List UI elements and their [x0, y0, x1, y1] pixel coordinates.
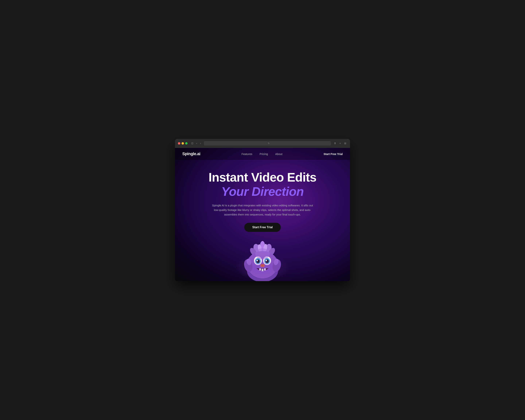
sidebar-toggle-icon[interactable]: ⊡: [190, 141, 194, 145]
traffic-lights: [178, 142, 188, 145]
logo-text: Spingle.ai: [182, 151, 200, 156]
hero-description: Spingle AI is a plugin that integrates w…: [211, 203, 314, 217]
nav-pricing[interactable]: Pricing: [260, 152, 268, 156]
minimize-button[interactable]: [182, 142, 184, 145]
nav-links: Features Pricing About: [242, 152, 282, 156]
refresh-icon[interactable]: ↻: [268, 142, 270, 145]
hero-section: Instant Video Edits Your Direction Sping…: [175, 160, 350, 232]
navbar: Spingle.ai Features Pricing About Start …: [175, 148, 350, 160]
nav-features[interactable]: Features: [242, 152, 252, 156]
hero-title-line2: Your Direction: [221, 185, 304, 198]
grid-icon[interactable]: ⊞: [343, 141, 347, 145]
share-icon[interactable]: ⬆: [333, 141, 337, 145]
nav-cta-button[interactable]: Start Free Trial: [324, 152, 343, 156]
monster-glow: [235, 254, 290, 281]
url-bar[interactable]: ↻: [204, 141, 331, 145]
nav-about[interactable]: About: [275, 152, 282, 156]
fullscreen-button[interactable]: [185, 142, 188, 145]
forward-button[interactable]: ›: [199, 141, 202, 145]
back-button[interactable]: ‹: [196, 141, 198, 145]
hero-title-line1: Instant Video Edits: [208, 171, 317, 184]
logo[interactable]: Spingle.ai: [182, 151, 200, 156]
browser-controls: ⊡ ‹ ›: [190, 141, 202, 145]
website-content: Spingle.ai Features Pricing About Start …: [175, 148, 350, 281]
monster-container: [175, 237, 350, 281]
browser-chrome: ⊡ ‹ › ↻ ⬆ + ⊞: [175, 139, 350, 148]
hero-cta-button[interactable]: Start Free Trial: [244, 223, 281, 232]
browser-actions: ⬆ + ⊞: [333, 141, 347, 145]
close-button[interactable]: [178, 142, 180, 145]
new-tab-icon[interactable]: +: [339, 141, 342, 145]
browser-window: ⊡ ‹ › ↻ ⬆ + ⊞ Spingle.ai Features Pricin…: [175, 139, 350, 281]
